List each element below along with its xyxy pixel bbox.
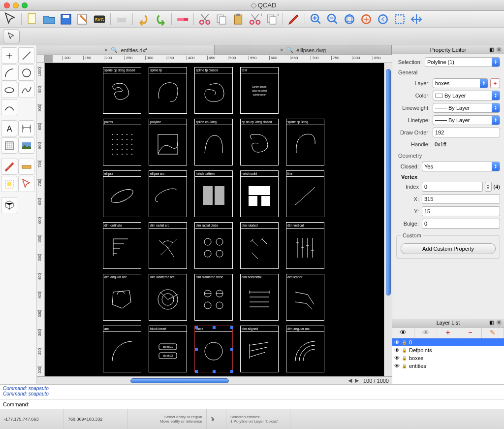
- entity-dim-vertical[interactable]: dim vertical: [286, 222, 324, 269]
- entity-dim-horizontal[interactable]: dim horizontal: [240, 274, 279, 321]
- measure-tool[interactable]: [1, 159, 17, 175]
- cut-ref[interactable]: +: [248, 12, 262, 26]
- add-layer-button[interactable]: +: [490, 78, 500, 88]
- text-tool[interactable]: A: [1, 120, 17, 136]
- point-tool[interactable]: [1, 47, 17, 64]
- tab-entities[interactable]: ✕🔍entities.dxf: [37, 45, 215, 55]
- circle-tool[interactable]: [18, 65, 34, 81]
- x-input[interactable]: [422, 194, 500, 204]
- scroll-right[interactable]: ▶: [353, 377, 360, 384]
- layer-row-Defpoints[interactable]: 👁🔒Defpoints: [392, 346, 504, 354]
- copy-ref[interactable]: +: [264, 12, 279, 26]
- entity-points[interactable]: points: [103, 119, 141, 165]
- close-window[interactable]: [4, 2, 10, 8]
- layer-dropdown[interactable]: boxes▲▼: [433, 78, 488, 88]
- tab-ellipses[interactable]: ✕🔍ellipses.dwg: [215, 45, 392, 55]
- close-tab-icon[interactable]: ✕: [280, 47, 284, 53]
- entity-dim-diametric-arc[interactable]: dim diametric arc: [149, 274, 187, 321]
- add-custom-property-button[interactable]: Add Custom Property: [401, 243, 496, 254]
- zoom-window-tool[interactable]: [392, 12, 407, 26]
- open-file[interactable]: [42, 12, 57, 26]
- undo[interactable]: [136, 12, 151, 26]
- new-file[interactable]: [25, 12, 40, 26]
- minimize-window[interactable]: [13, 2, 19, 8]
- layer-row-boxes[interactable]: 👁🔒boxes: [392, 354, 504, 362]
- redo[interactable]: [153, 12, 168, 26]
- pan[interactable]: [409, 12, 424, 26]
- block-tool[interactable]: [1, 197, 17, 213]
- copy[interactable]: [214, 12, 229, 26]
- pencil-tool[interactable]: [286, 12, 301, 26]
- entity-spline-cp-3deg[interactable]: spline cp 3deg: [286, 119, 324, 165]
- entity-ellipse[interactable]: ellipse: [103, 170, 141, 217]
- entity-dim-angular-line[interactable]: dim angular line: [103, 274, 141, 321]
- entity-dim-diametric-circle[interactable]: dim diametric circle: [194, 274, 233, 321]
- entity-dim-aligned[interactable]: dim aligned: [240, 326, 279, 372]
- entity-dim-radial-circle[interactable]: dim radial circle: [194, 222, 233, 269]
- hatch-tool[interactable]: [1, 137, 17, 154]
- entity-spline-fp-closed[interactable]: spline fp closed: [194, 67, 233, 114]
- visibility-icon[interactable]: 👁: [394, 339, 400, 345]
- dimension-tool[interactable]: [18, 120, 34, 136]
- index-input[interactable]: [422, 182, 483, 192]
- remove-layer[interactable]: −: [459, 328, 481, 338]
- entity-line[interactable]: line: [286, 170, 324, 217]
- cut[interactable]: [197, 12, 212, 26]
- layer-list[interactable]: 👁🔒0👁🔒Defpoints👁🔒boxes👁🔒entities: [392, 338, 504, 385]
- zoom-out[interactable]: [325, 12, 340, 26]
- polyline-tool[interactable]: [1, 99, 17, 115]
- edit-layer[interactable]: ✎: [482, 328, 504, 338]
- visibility-icon[interactable]: 👁: [394, 363, 400, 369]
- hide-all-layers[interactable]: 👁: [414, 328, 437, 338]
- close-panel-icon[interactable]: ✕: [496, 320, 502, 326]
- zoom-in[interactable]: [309, 12, 323, 26]
- lock-icon[interactable]: 🔒: [402, 356, 407, 361]
- color-dropdown[interactable]: By Layer▲▼: [433, 91, 500, 100]
- lock-icon[interactable]: 🔒: [402, 340, 407, 345]
- scroll-thumb[interactable]: [130, 378, 229, 383]
- close-tab-icon[interactable]: ✕: [104, 47, 108, 53]
- ruler-tool[interactable]: [18, 159, 34, 175]
- lock-icon[interactable]: 🔒: [402, 363, 407, 368]
- entity-spline-cp-2deg[interactable]: spline cp 2deg: [194, 119, 233, 165]
- lineweight-dropdown[interactable]: By Layer▲▼: [433, 103, 500, 113]
- entity-polyline[interactable]: polyline: [149, 119, 187, 165]
- scroll-left[interactable]: ◀: [346, 377, 353, 384]
- entity-arc[interactable]: arc: [103, 326, 141, 372]
- linetype-dropdown[interactable]: By Layer▲▼: [433, 115, 500, 125]
- canvas[interactable]: spline cp 3deg closedspline fpspline fp …: [45, 63, 392, 376]
- entity-circle[interactable]: circle: [194, 326, 233, 372]
- zoom-selection[interactable]: [359, 12, 374, 26]
- entity-cp-no-cp-2deg-closed[interactable]: cp no cp 2deg closed: [240, 119, 279, 165]
- y-input[interactable]: [422, 206, 500, 216]
- entity-spline-fp[interactable]: spline fp: [149, 67, 187, 114]
- paste[interactable]: [231, 12, 246, 26]
- pointer-tool-2[interactable]: [3, 30, 20, 43]
- save-file[interactable]: [59, 12, 73, 26]
- entity-ellipse-arc[interactable]: ellipse arc: [149, 170, 187, 217]
- select-tool[interactable]: [1, 176, 17, 192]
- delete[interactable]: [175, 12, 190, 26]
- print[interactable]: [114, 12, 129, 26]
- horizontal-scrollbar[interactable]: ◀ ▶ 100 / 1000: [37, 376, 392, 384]
- spline-tool[interactable]: [18, 82, 34, 98]
- show-all-layers[interactable]: 👁: [392, 328, 414, 338]
- pointer-tool[interactable]: [3, 12, 18, 26]
- undock-icon[interactable]: ◧: [489, 47, 495, 53]
- add-layer[interactable]: +: [437, 328, 459, 338]
- undock-icon[interactable]: ◧: [489, 320, 495, 326]
- command-line[interactable]: Command:: [0, 399, 504, 409]
- visibility-icon[interactable]: 👁: [394, 347, 400, 353]
- close-panel-icon[interactable]: ✕: [496, 47, 502, 53]
- entity-block-insert[interactable]: block insertblock01block02: [149, 326, 187, 372]
- pick-tool[interactable]: [18, 176, 34, 192]
- edit-file[interactable]: [75, 12, 90, 26]
- entity-hatch-solid[interactable]: hatch solid: [240, 170, 279, 217]
- zoom-auto[interactable]: [342, 12, 357, 26]
- vertical-scrollbar[interactable]: [384, 63, 392, 376]
- entity-dim-radial-arc[interactable]: dim radial arc: [149, 222, 187, 269]
- entity-dim-ordinate[interactable]: dim ordinate: [103, 222, 141, 269]
- entity-dim-angular-arc[interactable]: dim angular arc: [286, 326, 324, 372]
- entity-hatch-pattern[interactable]: hatch pattern: [194, 170, 233, 217]
- entity-dim-rotated[interactable]: dim rotated: [240, 222, 279, 269]
